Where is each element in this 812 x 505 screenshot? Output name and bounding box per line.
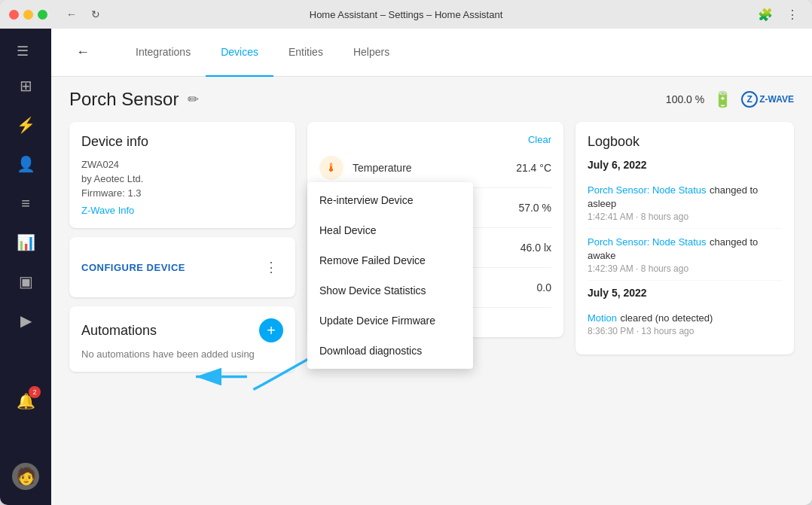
main-area: ← Integrations Devices Entities Helpers …	[51, 29, 812, 505]
sensor-value-ultraviolet: 0.0	[537, 281, 551, 294]
automations-title: Automations	[81, 323, 157, 339]
logbook-date-2: July 5, 2022	[588, 287, 782, 299]
browser-window: ← ↻ Home Assistant – Settings – Home Ass…	[0, 0, 812, 505]
device-firmware: Firmware: 1.3	[81, 187, 283, 199]
edit-icon[interactable]: ✏	[188, 91, 199, 108]
left-panel: Device info ZWA024 by Aeotec Ltd. Firmwa…	[69, 122, 295, 372]
person-icon: 👤	[17, 155, 35, 173]
sidebar-item-person[interactable]: 👤	[8, 146, 44, 182]
dropdown-item-remove-failed[interactable]: Remove Failed Device	[307, 245, 473, 275]
automations-header: Automations +	[81, 318, 283, 342]
user-avatar[interactable]: 🧑	[12, 463, 39, 490]
device-info-card: Device info ZWA024 by Aeotec Ltd. Firmwa…	[69, 122, 295, 228]
automation-empty-text: No automations have been added using	[81, 348, 283, 360]
log-entity-1[interactable]: Porch Sensor: Node Status	[588, 184, 707, 196]
browser-nav: ← ↻	[63, 5, 105, 23]
sensor-value-temperature: 21.4 °C	[516, 162, 551, 174]
more-options-button[interactable]: ⋮	[259, 255, 283, 279]
page-header: Porch Sensor ✏ 100.0 % 🔋 Z Z-WAVE	[69, 89, 794, 110]
configure-row: CONFIGURE DEVICE ⋮	[81, 249, 283, 285]
device-model: ZWA024	[81, 159, 283, 170]
browser-titlebar: ← ↻ Home Assistant – Settings – Home Ass…	[0, 0, 812, 29]
app-container: ☰ ⊞ ⚡ 👤 ≡ 📊 ▣ ▶ 🔔 2	[0, 29, 812, 505]
device-manufacturer: by Aeotec Ltd.	[81, 173, 283, 184]
notification-badge: 2	[29, 386, 41, 398]
grid-icon: ⊞	[20, 77, 32, 95]
log-entry-1: Porch Sensor: Node Status changed to asl…	[588, 177, 782, 229]
zwave-logo: Z Z-WAVE	[741, 91, 794, 108]
sidebar-item-notification[interactable]: 🔔 2	[8, 383, 44, 419]
log-entity-2[interactable]: Porch Sensor: Node Status	[588, 236, 707, 248]
calendar-icon: ▣	[19, 272, 33, 291]
log-entry-3: Motion cleared (no detected) 8:36:30 PM …	[588, 305, 782, 342]
sensor-left-temperature: 🌡 Temperature	[319, 156, 412, 180]
dropdown-item-firmware[interactable]: Update Device Firmware	[307, 306, 473, 336]
top-nav: ← Integrations Devices Entities Helpers	[51, 29, 812, 77]
sidebar: ☰ ⊞ ⚡ 👤 ≡ 📊 ▣ ▶ 🔔 2	[0, 29, 51, 505]
sidebar-item-list[interactable]: ≡	[8, 185, 44, 221]
battery-icon: 🔋	[713, 90, 732, 108]
device-info-title: Device info	[81, 134, 283, 150]
list-icon: ≡	[21, 195, 30, 212]
log-time-1: 1:42:41 AM · 8 hours ago	[588, 211, 782, 222]
configure-card: CONFIGURE DEVICE ⋮	[69, 237, 295, 297]
battery-section: 100.0 % 🔋 Z Z-WAVE	[666, 90, 794, 108]
browser-actions: 🧩 ⋮	[755, 4, 803, 25]
tab-entities[interactable]: Entities	[273, 29, 338, 77]
traffic-light-red[interactable]	[9, 10, 19, 20]
add-automation-button[interactable]: +	[259, 318, 283, 342]
page-title: Porch Sensor	[69, 89, 179, 110]
logbook-title: Logbook	[588, 134, 782, 150]
log-time-2: 1:42:39 AM · 8 hours ago	[588, 263, 782, 274]
dropdown-item-diagnostics[interactable]: Download diagnostics	[307, 336, 473, 366]
tab-integrations[interactable]: Integrations	[121, 29, 206, 77]
sidebar-item-grid[interactable]: ⊞	[8, 68, 44, 104]
configure-device-button[interactable]: CONFIGURE DEVICE	[81, 262, 185, 273]
sidebar-item-calendar[interactable]: ▣	[8, 263, 44, 300]
thermometer-icon: 🌡	[319, 156, 343, 180]
dropdown-item-reinterview[interactable]: Re-interview Device	[307, 185, 473, 215]
clear-button[interactable]: Clear	[528, 134, 551, 145]
page-title-section: Porch Sensor ✏	[69, 89, 199, 110]
tab-helpers[interactable]: Helpers	[338, 29, 404, 77]
sidebar-item-lightning[interactable]: ⚡	[8, 107, 44, 143]
extensions-button[interactable]: 🧩	[755, 4, 776, 25]
traffic-light-green[interactable]	[38, 10, 47, 20]
traffic-light-yellow[interactable]	[23, 10, 33, 20]
back-nav-button[interactable]: ←	[63, 5, 81, 23]
hamburger-menu[interactable]: ☰	[8, 38, 38, 65]
zwave-info-link[interactable]: Z-Wave Info	[81, 205, 283, 216]
log-entity-3[interactable]: Motion	[588, 312, 617, 324]
battery-percent: 100.0 %	[666, 93, 704, 105]
reload-button[interactable]: ↻	[87, 5, 105, 23]
page-back-button[interactable]: ←	[69, 39, 96, 66]
browser-title: Home Assistant – Settings – Home Assista…	[310, 9, 503, 20]
log-action-3: cleared (no detected)	[620, 312, 713, 324]
lightning-icon: ⚡	[17, 116, 35, 134]
log-time-3: 8:36:30 PM · 13 hours ago	[588, 326, 782, 336]
automations-card: Automations + No automations have been a…	[69, 306, 295, 372]
dropdown-menu: Re-interview Device Heal Device Remove F…	[307, 182, 473, 369]
sidebar-item-chart[interactable]: 📊	[8, 224, 44, 260]
sensor-value-illuminance: 46.0 lx	[520, 242, 551, 254]
sensor-name-temperature: Temperature	[353, 162, 412, 174]
right-panel: Logbook July 6, 2022 Porch Sensor: Node …	[575, 122, 794, 372]
sensor-value-humidity: 57.0 %	[518, 202, 551, 214]
media-icon: ▶	[20, 312, 32, 330]
log-entry-2: Porch Sensor: Node Status changed to awa…	[588, 229, 782, 281]
dropdown-item-statistics[interactable]: Show Device Statistics	[307, 275, 473, 306]
page-content: Porch Sensor ✏ 100.0 % 🔋 Z Z-WAVE	[51, 77, 812, 505]
chart-icon: 📊	[17, 233, 35, 251]
logbook-date-1: July 6, 2022	[588, 159, 782, 171]
dropdown-item-heal[interactable]: Heal Device	[307, 215, 473, 245]
sidebar-item-media[interactable]: ▶	[8, 303, 44, 339]
traffic-lights	[9, 10, 47, 20]
menu-button[interactable]: ⋮	[782, 4, 803, 25]
nav-tabs: Integrations Devices Entities Helpers	[121, 29, 404, 77]
tab-devices[interactable]: Devices	[206, 29, 273, 77]
logbook-card: Logbook July 6, 2022 Porch Sensor: Node …	[575, 122, 794, 354]
